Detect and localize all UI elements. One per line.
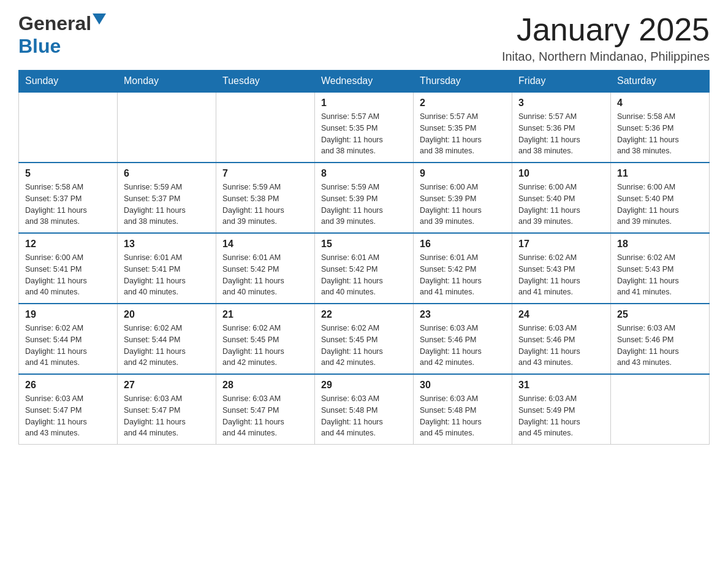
- day-number: 29: [321, 380, 407, 391]
- calendar-day-cell: 8Sunrise: 5:59 AM Sunset: 5:39 PM Daylig…: [315, 163, 414, 233]
- day-number: 20: [124, 309, 210, 320]
- calendar-header-sunday: Sunday: [19, 71, 118, 93]
- day-info: Sunrise: 6:02 AM Sunset: 5:45 PM Dayligh…: [321, 323, 407, 369]
- day-number: 30: [420, 380, 506, 391]
- logo-arrow-icon: [93, 13, 106, 29]
- calendar-day-cell: 26Sunrise: 6:03 AM Sunset: 5:47 PM Dayli…: [19, 374, 118, 445]
- day-number: 19: [25, 309, 111, 320]
- calendar-day-cell: [216, 92, 315, 163]
- calendar-week-row: 5Sunrise: 5:58 AM Sunset: 5:37 PM Daylig…: [19, 163, 710, 233]
- day-number: 4: [617, 98, 703, 109]
- calendar-week-row: 19Sunrise: 6:02 AM Sunset: 5:44 PM Dayli…: [19, 304, 710, 374]
- day-info: Sunrise: 6:00 AM Sunset: 5:40 PM Dayligh…: [518, 182, 604, 228]
- day-number: 26: [25, 380, 111, 391]
- calendar-week-row: 1Sunrise: 5:57 AM Sunset: 5:35 PM Daylig…: [19, 92, 710, 163]
- day-info: Sunrise: 5:59 AM Sunset: 5:39 PM Dayligh…: [321, 182, 407, 228]
- day-info: Sunrise: 6:03 AM Sunset: 5:47 PM Dayligh…: [25, 393, 111, 439]
- day-info: Sunrise: 6:02 AM Sunset: 5:44 PM Dayligh…: [124, 323, 210, 369]
- day-number: 12: [25, 239, 111, 250]
- day-number: 18: [617, 239, 703, 250]
- calendar-day-cell: 24Sunrise: 6:03 AM Sunset: 5:46 PM Dayli…: [512, 304, 611, 374]
- calendar-table: SundayMondayTuesdayWednesdayThursdayFrid…: [18, 70, 710, 445]
- day-number: 31: [518, 380, 604, 391]
- calendar-header-wednesday: Wednesday: [315, 71, 414, 93]
- calendar-day-cell: 28Sunrise: 6:03 AM Sunset: 5:47 PM Dayli…: [216, 374, 315, 445]
- day-info: Sunrise: 5:58 AM Sunset: 5:37 PM Dayligh…: [25, 182, 111, 228]
- logo-blue-text: Blue: [18, 35, 61, 58]
- day-info: Sunrise: 6:02 AM Sunset: 5:43 PM Dayligh…: [617, 252, 703, 298]
- calendar-day-cell: 13Sunrise: 6:01 AM Sunset: 5:41 PM Dayli…: [118, 233, 216, 304]
- day-info: Sunrise: 6:03 AM Sunset: 5:46 PM Dayligh…: [617, 323, 703, 369]
- calendar-day-cell: 15Sunrise: 6:01 AM Sunset: 5:42 PM Dayli…: [315, 233, 414, 304]
- calendar-header-monday: Monday: [118, 71, 216, 93]
- calendar-day-cell: [611, 374, 710, 445]
- calendar-day-cell: 17Sunrise: 6:02 AM Sunset: 5:43 PM Dayli…: [512, 233, 611, 304]
- day-info: Sunrise: 5:57 AM Sunset: 5:35 PM Dayligh…: [321, 111, 407, 157]
- calendar-day-cell: 6Sunrise: 5:59 AM Sunset: 5:37 PM Daylig…: [118, 163, 216, 233]
- calendar-day-cell: 11Sunrise: 6:00 AM Sunset: 5:40 PM Dayli…: [611, 163, 710, 233]
- day-number: 28: [222, 380, 308, 391]
- day-number: 16: [420, 239, 506, 250]
- day-number: 10: [518, 168, 604, 179]
- day-number: 11: [617, 168, 703, 179]
- calendar-header-friday: Friday: [512, 71, 611, 93]
- day-number: 2: [420, 98, 506, 109]
- calendar-week-row: 26Sunrise: 6:03 AM Sunset: 5:47 PM Dayli…: [19, 374, 710, 445]
- month-title: January 2025: [502, 12, 710, 47]
- calendar-day-cell: 4Sunrise: 5:58 AM Sunset: 5:36 PM Daylig…: [611, 92, 710, 163]
- day-number: 7: [222, 168, 308, 179]
- day-number: 13: [124, 239, 210, 250]
- day-info: Sunrise: 6:03 AM Sunset: 5:49 PM Dayligh…: [518, 393, 604, 439]
- calendar-header-saturday: Saturday: [611, 71, 710, 93]
- day-number: 1: [321, 98, 407, 109]
- calendar-day-cell: 7Sunrise: 5:59 AM Sunset: 5:38 PM Daylig…: [216, 163, 315, 233]
- calendar-day-cell: 16Sunrise: 6:01 AM Sunset: 5:42 PM Dayli…: [414, 233, 512, 304]
- day-info: Sunrise: 5:57 AM Sunset: 5:35 PM Dayligh…: [420, 111, 506, 157]
- calendar-day-cell: [19, 92, 118, 163]
- calendar-day-cell: 22Sunrise: 6:02 AM Sunset: 5:45 PM Dayli…: [315, 304, 414, 374]
- day-info: Sunrise: 6:00 AM Sunset: 5:39 PM Dayligh…: [420, 182, 506, 228]
- calendar-day-cell: 10Sunrise: 6:00 AM Sunset: 5:40 PM Dayli…: [512, 163, 611, 233]
- day-info: Sunrise: 5:58 AM Sunset: 5:36 PM Dayligh…: [617, 111, 703, 157]
- day-info: Sunrise: 6:02 AM Sunset: 5:45 PM Dayligh…: [222, 323, 308, 369]
- day-number: 9: [420, 168, 506, 179]
- calendar-day-cell: 27Sunrise: 6:03 AM Sunset: 5:47 PM Dayli…: [118, 374, 216, 445]
- calendar-day-cell: 12Sunrise: 6:00 AM Sunset: 5:41 PM Dayli…: [19, 233, 118, 304]
- day-info: Sunrise: 5:59 AM Sunset: 5:38 PM Dayligh…: [222, 182, 308, 228]
- calendar-week-row: 12Sunrise: 6:00 AM Sunset: 5:41 PM Dayli…: [19, 233, 710, 304]
- day-info: Sunrise: 6:03 AM Sunset: 5:46 PM Dayligh…: [420, 323, 506, 369]
- calendar-header-thursday: Thursday: [414, 71, 512, 93]
- day-info: Sunrise: 6:02 AM Sunset: 5:44 PM Dayligh…: [25, 323, 111, 369]
- logo: General Blue: [18, 12, 106, 58]
- day-info: Sunrise: 6:01 AM Sunset: 5:41 PM Dayligh…: [124, 252, 210, 298]
- day-number: 27: [124, 380, 210, 391]
- day-number: 8: [321, 168, 407, 179]
- day-number: 14: [222, 239, 308, 250]
- calendar-day-cell: 18Sunrise: 6:02 AM Sunset: 5:43 PM Dayli…: [611, 233, 710, 304]
- day-info: Sunrise: 6:01 AM Sunset: 5:42 PM Dayligh…: [420, 252, 506, 298]
- calendar-header-tuesday: Tuesday: [216, 71, 315, 93]
- day-info: Sunrise: 6:03 AM Sunset: 5:48 PM Dayligh…: [321, 393, 407, 439]
- day-info: Sunrise: 6:03 AM Sunset: 5:47 PM Dayligh…: [222, 393, 308, 439]
- day-number: 17: [518, 239, 604, 250]
- day-number: 3: [518, 98, 604, 109]
- day-info: Sunrise: 6:01 AM Sunset: 5:42 PM Dayligh…: [321, 252, 407, 298]
- day-number: 25: [617, 309, 703, 320]
- calendar-day-cell: 2Sunrise: 5:57 AM Sunset: 5:35 PM Daylig…: [414, 92, 512, 163]
- calendar-day-cell: 19Sunrise: 6:02 AM Sunset: 5:44 PM Dayli…: [19, 304, 118, 374]
- svg-marker-0: [93, 13, 106, 25]
- calendar-day-cell: 29Sunrise: 6:03 AM Sunset: 5:48 PM Dayli…: [315, 374, 414, 445]
- day-number: 24: [518, 309, 604, 320]
- day-info: Sunrise: 6:03 AM Sunset: 5:46 PM Dayligh…: [518, 323, 604, 369]
- day-number: 6: [124, 168, 210, 179]
- calendar-day-cell: [118, 92, 216, 163]
- day-number: 23: [420, 309, 506, 320]
- calendar-day-cell: 14Sunrise: 6:01 AM Sunset: 5:42 PM Dayli…: [216, 233, 315, 304]
- day-number: 22: [321, 309, 407, 320]
- calendar-day-cell: 3Sunrise: 5:57 AM Sunset: 5:36 PM Daylig…: [512, 92, 611, 163]
- calendar-header-row: SundayMondayTuesdayWednesdayThursdayFrid…: [19, 71, 710, 93]
- location-subtitle: Initao, Northern Mindanao, Philippines: [502, 50, 710, 64]
- day-info: Sunrise: 6:03 AM Sunset: 5:47 PM Dayligh…: [124, 393, 210, 439]
- calendar-day-cell: 23Sunrise: 6:03 AM Sunset: 5:46 PM Dayli…: [414, 304, 512, 374]
- day-info: Sunrise: 5:57 AM Sunset: 5:36 PM Dayligh…: [518, 111, 604, 157]
